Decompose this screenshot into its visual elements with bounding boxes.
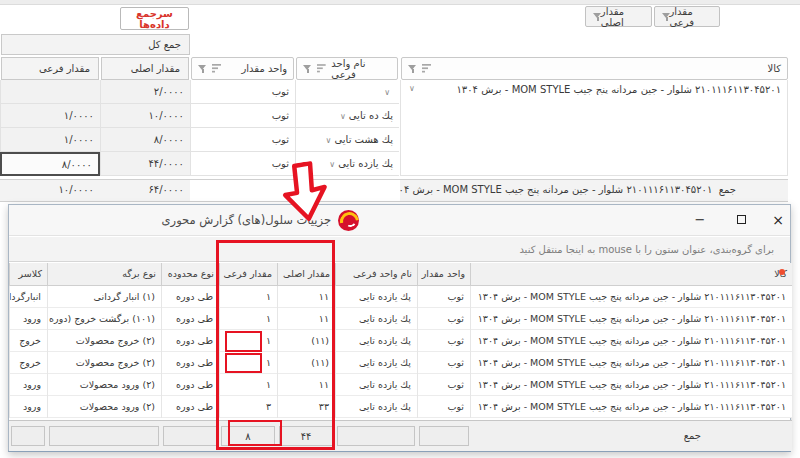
dialog-cell-product[interactable]: ۲۱۰۱۱۱۶۱۱۳۰۴۵۲۰۱ شلوار - جین مردانه پنج … xyxy=(470,286,792,308)
dialog-cell-sub-unit[interactable]: پك یازده تایی xyxy=(335,286,417,308)
pivot-field-header-product[interactable]: کالا xyxy=(401,57,788,80)
table-row[interactable]: ۲۱۰۱۱۱۶۱۱۳۰۴۵۲۰۱ شلوار - جین مردانه پنج … xyxy=(9,330,792,352)
dialog-column-header-product[interactable]: کالا xyxy=(470,263,792,286)
dialog-cell-unit[interactable]: ثوب xyxy=(417,308,470,330)
dialog-cell-product[interactable]: ۲۱۰۱۱۱۶۱۱۳۰۴۵۲۰۱ شلوار - جین مردانه پنج … xyxy=(470,352,792,374)
filter-icon[interactable] xyxy=(408,64,417,73)
dialog-cell-sheet-type[interactable]: (۲) ورود محصولات xyxy=(47,396,161,418)
pivot-cell-unit[interactable]: ثوب xyxy=(190,152,295,176)
dialog-cell-kalaser[interactable]: ورود xyxy=(9,396,47,418)
dialog-cell-product[interactable]: ۲۱۰۱۱۱۶۱۱۳۰۴۵۲۰۱ شلوار - جین مردانه پنج … xyxy=(470,374,792,396)
pivot-cell-main-qty[interactable]: ۲/۰۰۰۰ xyxy=(100,80,190,104)
dialog-cell-unit[interactable]: ثوب xyxy=(417,352,470,374)
dialog-cell-range-type[interactable]: طی دوره xyxy=(161,308,219,330)
pivot-value-header-sub-qty[interactable]: مقدار فرعی xyxy=(1,57,99,80)
data-field-button-sub-qty[interactable]: مقدار فرعی xyxy=(654,6,720,27)
dialog-cell-sheet-type[interactable]: (۲) خروج محصولات xyxy=(47,352,161,374)
dialog-cell-kalaser[interactable]: خروج xyxy=(9,330,47,352)
dialog-cell-product[interactable]: ۲۱۰۱۱۱۶۱۱۳۰۴۵۲۰۱ شلوار - جین مردانه پنج … xyxy=(470,330,792,352)
pivot-cell-sub-unit[interactable]: پك یازده تایی∨ xyxy=(295,152,399,176)
dialog-titlebar[interactable]: جزییات سلول(های) گزارش محوری − × xyxy=(9,205,790,236)
table-row[interactable]: ۲۱۰۱۱۱۶۱۱۳۰۴۵۲۰۱ شلوار - جین مردانه پنج … xyxy=(9,352,792,374)
pivot-cell-main-qty[interactable]: ۱۰/۰۰۰۰ xyxy=(100,104,190,128)
dialog-cell-unit[interactable]: ثوب xyxy=(417,286,470,308)
dialog-cell-sheet-type[interactable]: (۲) خروج محصولات xyxy=(47,330,161,352)
table-row[interactable]: ۲۱۰۱۱۱۶۱۱۳۰۴۵۲۰۱ شلوار - جین مردانه پنج … xyxy=(9,308,792,330)
dialog-cell-main-qty[interactable]: ۱۱ xyxy=(277,286,335,308)
collapse-caret-icon[interactable]: ∨ xyxy=(406,84,418,93)
filter-icon[interactable] xyxy=(198,64,207,73)
dialog-cell-main-qty[interactable]: ۱۱ xyxy=(277,374,335,396)
collapse-caret-icon[interactable]: ∨ xyxy=(381,88,393,97)
dialog-cell-range-type[interactable]: طی دوره xyxy=(161,330,219,352)
dialog-cell-sub-unit[interactable]: پك یازده تایی xyxy=(335,308,417,330)
pivot-cell-sub-qty[interactable]: ۱/۰۰۰۰ xyxy=(0,104,100,128)
pivot-cell-sub-qty[interactable]: ۸/۰۰۰۰ xyxy=(0,152,100,176)
dialog-cell-kalaser[interactable]: ورود xyxy=(9,374,47,396)
dialog-cell-sub-unit[interactable]: پك یازده تایی xyxy=(335,374,417,396)
dialog-cell-sub-qty[interactable]: ۱ xyxy=(219,330,277,352)
dialog-cell-main-qty[interactable]: (۱۱) xyxy=(277,330,335,352)
dialog-cell-kalaser[interactable]: ورود xyxy=(9,308,47,330)
dialog-cell-sub-qty[interactable]: ۱ xyxy=(219,374,277,396)
maximize-button[interactable] xyxy=(730,209,752,231)
pivot-cell-main-qty[interactable]: ۸/۰۰۰۰ xyxy=(100,128,190,152)
dialog-cell-sheet-type[interactable]: (۱) انبار گردانی xyxy=(47,286,161,308)
grand-total-button[interactable]: سرجمع داده‌ها xyxy=(120,7,189,30)
dialog-cell-sheet-type[interactable]: (۱۰۱) برگشت خروج (دوره جاری) xyxy=(47,308,161,330)
dialog-cell-unit[interactable]: ثوب xyxy=(417,330,470,352)
table-row[interactable]: ۲۱۰۱۱۱۶۱۱۳۰۴۵۲۰۱ شلوار - جین مردانه پنج … xyxy=(9,396,792,418)
pivot-cell-unit[interactable]: ثوب xyxy=(190,128,295,152)
collapse-caret-icon[interactable]: ∨ xyxy=(326,160,338,169)
pivot-cell-unit[interactable]: ثوب xyxy=(190,80,295,104)
dialog-cell-main-qty[interactable]: ۱۱ xyxy=(277,308,335,330)
dialog-cell-sub-qty[interactable]: ۱ xyxy=(219,308,277,330)
minimize-button[interactable]: − xyxy=(689,209,711,231)
pivot-cell-main-qty[interactable]: ۴۴/۰۰۰۰ xyxy=(100,152,190,176)
dialog-cell-range-type[interactable]: طی دوره xyxy=(161,396,219,418)
dialog-cell-range-type[interactable]: طی دوره xyxy=(161,352,219,374)
pivot-cell-sub-qty[interactable]: ۱/۰۰۰۰ xyxy=(0,128,100,152)
dialog-cell-range-type[interactable]: طی دوره xyxy=(161,374,219,396)
dialog-cell-kalaser[interactable]: انبارگردانی xyxy=(9,286,47,308)
dialog-cell-sub-qty[interactable]: ۱ xyxy=(219,352,277,374)
pivot-cell-sub-unit[interactable]: پك ده تایی∨ xyxy=(295,104,399,128)
dialog-column-header-sub-unit[interactable]: نام واحد فرعی xyxy=(335,263,417,286)
dialog-column-header-range-type[interactable]: نوع محدوده xyxy=(161,263,219,286)
dialog-cell-range-type[interactable]: طی دوره xyxy=(161,286,219,308)
dialog-cell-product[interactable]: ۲۱۰۱۱۱۶۱۱۳۰۴۵۲۰۱ شلوار - جین مردانه پنج … xyxy=(470,396,792,418)
filter-icon[interactable] xyxy=(303,64,312,73)
dialog-column-header-sheet-type[interactable]: نوع برگه xyxy=(47,263,161,286)
pivot-cell-unit[interactable]: ثوب xyxy=(190,104,295,128)
dialog-cell-unit[interactable]: ثوب xyxy=(417,374,470,396)
dialog-cell-main-qty[interactable]: (۱۱) xyxy=(277,352,335,374)
pivot-field-header-sub-unit[interactable]: نام واحد فرعی xyxy=(296,57,398,80)
collapse-caret-icon[interactable]: ∨ xyxy=(323,136,335,145)
dialog-column-header-sub-qty[interactable]: مقدار فرعی xyxy=(219,263,277,286)
dialog-cell-kalaser[interactable]: خروج xyxy=(9,352,47,374)
dialog-cell-sheet-type[interactable]: (۲) ورود محصولات xyxy=(47,374,161,396)
dialog-cell-sub-qty[interactable]: ۳ xyxy=(219,396,277,418)
table-row[interactable]: ۲۱۰۱۱۱۶۱۱۳۰۴۵۲۰۱ شلوار - جین مردانه پنج … xyxy=(9,374,792,396)
pivot-field-header-unit[interactable]: واحد مقدار xyxy=(191,57,294,80)
pivot-product-cell[interactable]: ∨ ۲۱۰۱۱۱۶۱۱۳۰۴۵۲۰۱ شلوار - جین مردانه پن… xyxy=(400,80,788,176)
dialog-cell-product[interactable]: ۲۱۰۱۱۱۶۱۱۳۰۴۵۲۰۱ شلوار - جین مردانه پنج … xyxy=(470,308,792,330)
data-field-button-main-qty[interactable]: مقدار اصلی xyxy=(585,6,652,27)
pivot-value-header-main-qty[interactable]: مقدار اصلی xyxy=(101,57,189,80)
dialog-column-header-main-qty[interactable]: مقدار اصلی xyxy=(277,263,335,286)
dialog-column-header-kalaser[interactable]: کلاسر xyxy=(9,263,47,286)
pivot-cell-sub-qty[interactable] xyxy=(0,80,100,104)
dialog-cell-main-qty[interactable]: ۳۳ xyxy=(277,396,335,418)
table-row[interactable]: ۲۱۰۱۱۱۶۱۱۳۰۴۵۲۰۱ شلوار - جین مردانه پنج … xyxy=(9,286,792,308)
pivot-cell-sub-unit[interactable]: پك هشت تایی∨ xyxy=(295,128,399,152)
dialog-column-header-unit[interactable]: واحد مقدار xyxy=(417,263,470,286)
dialog-cell-sub-qty[interactable]: ۱ xyxy=(219,286,277,308)
dialog-cell-sub-unit[interactable]: پك یازده تایی xyxy=(335,396,417,418)
dialog-cell-sub-unit[interactable]: پك یازده تایی xyxy=(335,352,417,374)
dialog-cell-sub-unit[interactable]: پك یازده تایی xyxy=(335,330,417,352)
close-button[interactable]: × xyxy=(767,209,789,231)
pivot-cell-sub-unit[interactable]: ∨ xyxy=(295,80,399,104)
group-by-panel[interactable]: برای گروه‌بندی، عنوان ستون را با mouse ب… xyxy=(9,237,790,262)
dialog-cell-unit[interactable]: ثوب xyxy=(417,396,470,418)
collapse-caret-icon[interactable]: ∨ xyxy=(337,112,349,121)
